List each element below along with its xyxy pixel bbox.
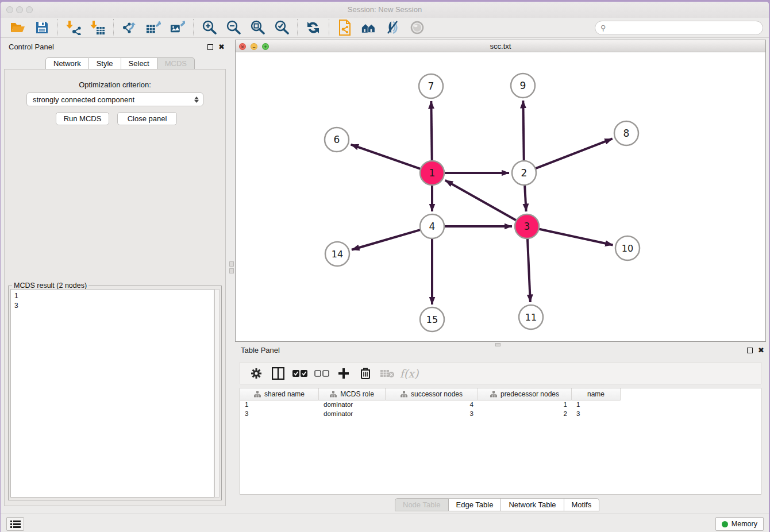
table-cell[interactable]: dominator (319, 410, 386, 419)
table-cell[interactable]: 1 (572, 400, 621, 410)
control-tab-network[interactable]: Network (45, 57, 89, 70)
control-tab-mcds[interactable]: MCDS (157, 57, 195, 70)
import-network-file-icon[interactable] (66, 20, 81, 35)
close-panel-button[interactable]: Close panel (117, 112, 177, 125)
control-tab-select[interactable]: Select (121, 57, 157, 70)
optimization-criterion-select[interactable]: strongly connected component (26, 92, 203, 106)
memory-button[interactable]: Memory (715, 517, 764, 531)
zoom-out-icon[interactable] (226, 20, 241, 35)
network-canvas[interactable]: 7968124314101511 (236, 53, 765, 341)
column-header-predecessor-nodes[interactable]: predecessor nodes (478, 388, 572, 400)
graph-node-14[interactable]: 14 (325, 242, 349, 266)
mcds-result-title: MCDS result (2 nodes) (12, 282, 88, 290)
save-session-icon[interactable] (34, 20, 49, 35)
table-cell[interactable]: dominator (319, 400, 386, 410)
svg-text:6: 6 (334, 134, 340, 145)
optimization-criterion-label: Optimization criterion: (5, 80, 225, 89)
first-neighbors-icon[interactable] (361, 20, 376, 35)
column-header-name[interactable]: name (572, 388, 621, 400)
table-settings-icon[interactable] (249, 366, 264, 381)
edge-4-14[interactable] (352, 230, 421, 250)
export-image-icon[interactable] (170, 20, 185, 35)
column-header-MCDS-role[interactable]: MCDS role (319, 388, 386, 400)
search-input[interactable] (606, 24, 763, 32)
control-panel-float-icon[interactable] (207, 44, 213, 50)
mcds-result-textarea[interactable]: 1 3 (10, 289, 214, 498)
window-title: Session: New Session (1, 5, 769, 14)
graph-node-6[interactable]: 6 (325, 128, 349, 152)
new-network-from-selection-icon[interactable] (337, 20, 352, 35)
edge-3-1[interactable] (445, 180, 517, 221)
table-panel-close-icon[interactable]: ✖ (758, 348, 764, 353)
graph-node-10[interactable]: 10 (615, 236, 640, 260)
task-history-button[interactable] (6, 517, 24, 531)
edge-2-9[interactable] (523, 101, 523, 161)
table-panel-float-icon[interactable] (747, 348, 753, 353)
graph-node-15[interactable]: 15 (420, 307, 444, 331)
table-cell[interactable]: 2 (478, 410, 572, 419)
control-tab-style[interactable]: Style (89, 57, 121, 70)
graph-node-1[interactable]: 1 (420, 161, 444, 185)
panel-splitter[interactable] (229, 261, 234, 275)
table-cell[interactable]: 1 (240, 400, 319, 410)
table-tab-node-table[interactable]: Node Table (395, 498, 449, 511)
table-tab-edge-table[interactable]: Edge Table (449, 498, 502, 511)
export-network-icon[interactable] (122, 20, 137, 35)
hide-selected-icon[interactable] (386, 20, 401, 35)
select-all-rows-icon[interactable] (292, 366, 307, 381)
graph-node-2[interactable]: 2 (512, 161, 536, 185)
select-columns-icon[interactable] (271, 366, 286, 381)
network-resize-grip[interactable] (495, 343, 500, 346)
table-row[interactable]: 1dominator411 (240, 400, 761, 410)
edge-3-11[interactable] (528, 238, 530, 302)
export-table-icon[interactable] (146, 20, 161, 35)
zoom-fit-icon[interactable] (250, 20, 265, 35)
delete-column-icon[interactable] (358, 366, 373, 381)
table-cell[interactable]: 3 (240, 410, 319, 419)
graph-node-7[interactable]: 7 (419, 74, 443, 98)
edge-2-8[interactable] (536, 138, 613, 168)
column-tree-icon (401, 391, 407, 398)
import-table-file-icon[interactable] (90, 20, 105, 35)
graph-node-3[interactable]: 3 (515, 214, 539, 238)
deselect-all-rows-icon[interactable] (314, 366, 329, 381)
table-cell[interactable]: 4 (386, 400, 478, 410)
control-panel-close-icon[interactable]: ✖ (218, 44, 225, 50)
open-file-icon[interactable] (10, 20, 25, 35)
network-graph: 7968124314101511 (236, 53, 765, 341)
table-cell[interactable]: 1 (478, 400, 572, 410)
edge-2-3[interactable] (525, 185, 526, 211)
node-table-header: shared nameMCDS rolesuccessor nodesprede… (240, 388, 761, 400)
edge-1-7[interactable] (431, 101, 432, 161)
edge-3-10[interactable] (539, 229, 613, 245)
column-header-successor-nodes[interactable]: successor nodes (386, 388, 478, 400)
graph-node-4[interactable]: 4 (420, 214, 444, 238)
zoom-selected-icon[interactable] (274, 20, 289, 35)
graph-node-11[interactable]: 11 (519, 305, 543, 329)
refresh-layout-icon[interactable] (306, 20, 321, 35)
network-maximize-icon[interactable]: + (262, 43, 269, 50)
delete-table-icon[interactable] (380, 366, 395, 381)
column-header-shared-name[interactable]: shared name (240, 388, 319, 400)
main-toolbar: ⚲ (1, 18, 769, 38)
table-panel-title: Table Panel (241, 346, 280, 354)
run-mcds-button[interactable]: Run MCDS (56, 112, 109, 125)
graph-node-9[interactable]: 9 (511, 74, 535, 98)
table-cell[interactable]: 3 (386, 410, 478, 419)
column-tree-icon (490, 391, 497, 398)
show-hidden-icon[interactable] (410, 20, 425, 35)
network-minimize-icon[interactable]: – (251, 43, 257, 50)
zoom-in-icon[interactable] (202, 20, 217, 35)
edge-1-6[interactable] (351, 145, 421, 169)
table-tab-network-table[interactable]: Network Table (501, 498, 564, 511)
function-builder-icon[interactable]: f(x) (402, 366, 417, 381)
network-close-icon[interactable]: ✕ (239, 43, 246, 50)
result-scrollbar[interactable] (214, 289, 220, 498)
add-column-icon[interactable] (336, 366, 351, 381)
search-field[interactable]: ⚲ (595, 21, 763, 35)
table-row[interactable]: 3dominator323 (240, 410, 761, 419)
table-tab-motifs[interactable]: Motifs (564, 498, 600, 511)
table-cell[interactable]: 3 (572, 410, 621, 419)
graph-node-8[interactable]: 8 (614, 121, 638, 145)
svg-text:14: 14 (332, 249, 343, 260)
